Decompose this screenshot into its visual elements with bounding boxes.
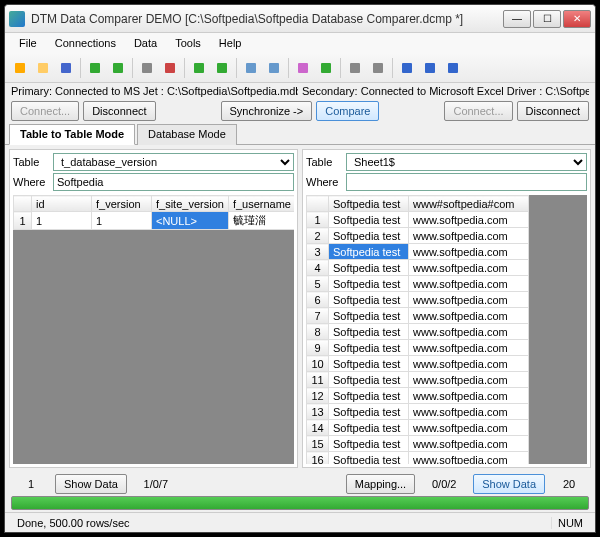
toolbar-save-button[interactable] xyxy=(55,57,77,79)
table-row[interactable]: 14Softpedia testwww.softpedia.com xyxy=(307,420,529,436)
toolbar-tbl2-button[interactable] xyxy=(263,57,285,79)
secondary-connect-button[interactable]: Connect... xyxy=(444,101,512,121)
cell[interactable]: Softpedia test xyxy=(329,308,409,324)
menu-connections[interactable]: Connections xyxy=(47,35,124,51)
toolbar-tbl1-button[interactable] xyxy=(240,57,262,79)
row-number[interactable]: 14 xyxy=(307,420,329,436)
table-row[interactable]: 7Softpedia testwww.softpedia.com xyxy=(307,308,529,324)
menu-data[interactable]: Data xyxy=(126,35,165,51)
toolbar-chk-button[interactable] xyxy=(315,57,337,79)
toolbar-wand-button[interactable] xyxy=(292,57,314,79)
row-number[interactable]: 5 xyxy=(307,276,329,292)
cell[interactable]: Softpedia test xyxy=(329,244,409,260)
cell[interactable]: Softpedia test xyxy=(329,228,409,244)
table-row[interactable]: 6Softpedia testwww.softpedia.com xyxy=(307,292,529,308)
cell[interactable]: www.softpedia.com xyxy=(409,404,529,420)
cell[interactable]: www.softpedia.com xyxy=(409,276,529,292)
toolbar-help-button[interactable] xyxy=(396,57,418,79)
row-number[interactable]: 1 xyxy=(307,212,329,228)
row-number[interactable]: 7 xyxy=(307,308,329,324)
cell[interactable]: www.softpedia.com xyxy=(409,436,529,452)
cell[interactable]: www.softpedia.com xyxy=(409,308,529,324)
row-number[interactable]: 11 xyxy=(307,372,329,388)
right-table-select[interactable]: Sheet1$ xyxy=(346,153,587,171)
table-row[interactable]: 9Softpedia testwww.softpedia.com xyxy=(307,340,529,356)
right-show-data-button[interactable]: Show Data xyxy=(473,474,545,494)
cell[interactable]: www.softpedia.com xyxy=(409,244,529,260)
row-number[interactable]: 4 xyxy=(307,260,329,276)
cell[interactable]: www.softpedia.com xyxy=(409,228,529,244)
cell[interactable]: Softpedia test xyxy=(329,292,409,308)
table-row[interactable]: 13Softpedia testwww.softpedia.com xyxy=(307,404,529,420)
table-row[interactable]: 12Softpedia testwww.softpedia.com xyxy=(307,388,529,404)
table-row[interactable]: 3Softpedia testwww.softpedia.com xyxy=(307,244,529,260)
table-row[interactable]: 10Softpedia testwww.softpedia.com xyxy=(307,356,529,372)
row-number[interactable]: 12 xyxy=(307,388,329,404)
maximize-button[interactable]: ☐ xyxy=(533,10,561,28)
menu-file[interactable]: File xyxy=(11,35,45,51)
primary-connect-button[interactable]: Connect... xyxy=(11,101,79,121)
left-col-header[interactable] xyxy=(14,196,32,212)
right-where-input[interactable] xyxy=(346,173,587,191)
cell[interactable]: www.softpedia.com xyxy=(409,292,529,308)
toolbar-find-button[interactable] xyxy=(367,57,389,79)
tab-table-to-table[interactable]: Table to Table Mode xyxy=(9,124,135,145)
toolbar-cfg-button[interactable] xyxy=(344,57,366,79)
cell[interactable]: www.softpedia.com xyxy=(409,452,529,465)
cell[interactable]: Softpedia test xyxy=(329,340,409,356)
right-grid[interactable]: Softpedia testwww#softpedia#com 1Softped… xyxy=(306,195,587,464)
right-col-header[interactable] xyxy=(307,196,329,212)
left-where-input[interactable] xyxy=(53,173,294,191)
tab-database-mode[interactable]: Database Mode xyxy=(137,124,237,145)
toolbar-db1-button[interactable] xyxy=(136,57,158,79)
row-number[interactable]: 8 xyxy=(307,324,329,340)
cell[interactable]: 1 xyxy=(14,212,32,230)
close-button[interactable]: ✕ xyxy=(563,10,591,28)
minimize-button[interactable]: — xyxy=(503,10,531,28)
mapping-button[interactable]: Mapping... xyxy=(346,474,415,494)
left-col-header[interactable]: f_site_version xyxy=(152,196,229,212)
row-number[interactable]: 10 xyxy=(307,356,329,372)
cell[interactable]: Softpedia test xyxy=(329,276,409,292)
cell[interactable]: Softpedia test xyxy=(329,452,409,465)
row-number[interactable]: 2 xyxy=(307,228,329,244)
cell[interactable]: www.softpedia.com xyxy=(409,356,529,372)
cell[interactable]: 1 xyxy=(92,212,152,230)
row-number[interactable]: 9 xyxy=(307,340,329,356)
synchronize-button[interactable]: Synchronize -> xyxy=(221,101,313,121)
menu-tools[interactable]: Tools xyxy=(167,35,209,51)
toolbar-new-button[interactable] xyxy=(9,57,31,79)
table-row[interactable]: 4Softpedia testwww.softpedia.com xyxy=(307,260,529,276)
table-row[interactable]: 2Softpedia testwww.softpedia.com xyxy=(307,228,529,244)
toolbar-fwd-button[interactable] xyxy=(107,57,129,79)
table-row[interactable]: 5Softpedia testwww.softpedia.com xyxy=(307,276,529,292)
secondary-disconnect-button[interactable]: Disconnect xyxy=(517,101,589,121)
table-row[interactable]: 8Softpedia testwww.softpedia.com xyxy=(307,324,529,340)
cell[interactable]: www.softpedia.com xyxy=(409,372,529,388)
cell[interactable]: Softpedia test xyxy=(329,356,409,372)
row-number[interactable]: 6 xyxy=(307,292,329,308)
table-row[interactable]: 1Softpedia testwww.softpedia.com xyxy=(307,212,529,228)
cell[interactable]: Softpedia test xyxy=(329,420,409,436)
toolbar-runall-button[interactable] xyxy=(211,57,233,79)
cell[interactable]: www.softpedia.com xyxy=(409,420,529,436)
left-col-header[interactable]: f_version xyxy=(92,196,152,212)
cell[interactable]: 1 xyxy=(32,212,92,230)
left-col-header[interactable]: f_username xyxy=(228,196,294,212)
row-number[interactable]: 3 xyxy=(307,244,329,260)
right-col-header[interactable]: www#softpedia#com xyxy=(409,196,529,212)
table-row[interactable]: 11Softpedia testwww.softpedia.com xyxy=(307,372,529,388)
toolbar-run-button[interactable] xyxy=(188,57,210,79)
primary-disconnect-button[interactable]: Disconnect xyxy=(83,101,155,121)
left-col-header[interactable]: id xyxy=(32,196,92,212)
row-number[interactable]: 16 xyxy=(307,452,329,465)
table-row[interactable]: 16Softpedia testwww.softpedia.com xyxy=(307,452,529,465)
titlebar[interactable]: DTM Data Comparer DEMO [C:\Softpedia\Sof… xyxy=(5,5,595,33)
menu-help[interactable]: Help xyxy=(211,35,250,51)
row-number[interactable]: 15 xyxy=(307,436,329,452)
cell[interactable]: Softpedia test xyxy=(329,324,409,340)
table-row[interactable]: 111<NULL>毓瑾淄ぐ 豎口巾ㄕ xyxy=(14,212,295,230)
cell[interactable]: Softpedia test xyxy=(329,260,409,276)
cell[interactable]: www.softpedia.com xyxy=(409,324,529,340)
cell[interactable]: www.softpedia.com xyxy=(409,212,529,228)
